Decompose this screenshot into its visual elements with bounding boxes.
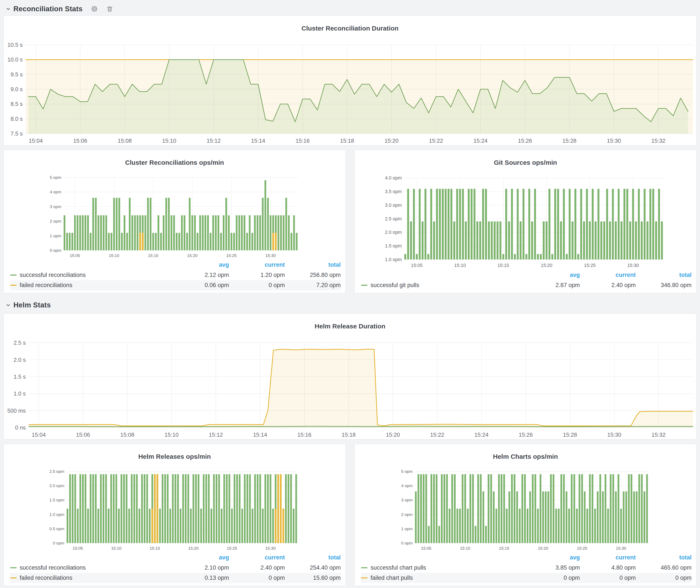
svg-text:15:30: 15:30 (607, 137, 621, 144)
legend-column-current[interactable]: current (580, 272, 636, 278)
legend-helm-releases: avgcurrenttotalsuccessful reconciliation… (4, 552, 345, 586)
legend-column-avg[interactable]: avg (524, 554, 580, 561)
svg-text:15:20: 15:20 (386, 431, 400, 438)
legend-column-current[interactable]: current (229, 554, 285, 561)
series-label[interactable]: failed reconciliations (20, 575, 72, 581)
section-header-helm-stats[interactable]: Helm Stats (3, 298, 697, 312)
svg-text:15:25: 15:25 (226, 253, 237, 258)
gear-icon[interactable] (91, 5, 98, 13)
legend-value: 0 opm (524, 575, 580, 581)
legend-value: 256.80 opm (285, 272, 341, 278)
svg-text:15:20: 15:20 (538, 546, 548, 551)
legend-row: successful chart pulls3.85 opm4.80 opm46… (361, 563, 692, 573)
legend-value: 7.20 opm (285, 282, 341, 289)
cluster-reconciliations-opm-chart[interactable]: 0 opm1 opm2 opm3 opm4 opm5 opm15:0515:10… (4, 173, 345, 259)
svg-text:1.0 opm: 1.0 opm (49, 512, 64, 517)
legend-column-total[interactable]: total (636, 554, 692, 561)
trash-icon[interactable] (106, 5, 113, 12)
series-label[interactable]: failed reconciliations (20, 282, 72, 289)
svg-text:0 opm: 0 opm (53, 541, 64, 545)
legend-value: 2.10 opm (173, 564, 229, 571)
svg-text:15:10: 15:10 (165, 431, 179, 438)
legend-column-total[interactable]: total (636, 272, 692, 278)
series-label[interactable]: successful reconciliations (20, 564, 86, 571)
panel-helm-release-duration: Helm Release Duration 0 ns500 ms1.0 s1.5… (3, 313, 697, 439)
chart-area: 7.5 s8.0 s8.5 s9.0 s9.5 s10.0 s10.5 s15:… (4, 38, 696, 145)
series-swatch (10, 285, 17, 286)
legend-column-avg[interactable]: avg (173, 262, 229, 268)
svg-text:15:24: 15:24 (473, 137, 487, 144)
svg-text:15:14: 15:14 (251, 137, 265, 144)
panel-title-helm-charts-opm[interactable]: Helm Charts ops/min (355, 449, 696, 461)
series-label[interactable]: failed chart pulls (371, 575, 413, 581)
series-label[interactable]: successful git pulls (371, 282, 419, 289)
chart-area: 0 opm1 opm2 opm3 opm4 opm5 opm15:0515:10… (4, 173, 345, 259)
svg-text:2.5 s: 2.5 s (14, 339, 26, 346)
svg-text:15:10: 15:10 (454, 263, 466, 268)
legend-column-current[interactable]: current (580, 554, 636, 561)
series-label[interactable]: successful reconciliations (20, 272, 86, 278)
legend-value: 0 opm (229, 575, 285, 581)
legend-column-current[interactable]: current (229, 262, 285, 268)
svg-text:15:30: 15:30 (265, 546, 276, 551)
svg-text:15:05: 15:05 (73, 546, 83, 551)
svg-text:15:05: 15:05 (411, 263, 423, 268)
legend-value: 465.60 opm (636, 564, 692, 571)
panel-cluster-reconciliations-opm: Cluster Reconciliations ops/min 0 opm1 o… (3, 150, 346, 293)
chart-area: 0 opm1 opm2 opm3 opm4 opm5 opm15:0515:10… (355, 467, 696, 552)
panel-title-helm-releases-opm[interactable]: Helm Releases ops/min (4, 449, 345, 461)
svg-text:0.5 opm: 0.5 opm (49, 527, 64, 531)
svg-text:15:25: 15:25 (584, 263, 596, 268)
svg-text:8.5 s: 8.5 s (11, 101, 23, 107)
svg-text:3.5 opm: 3.5 opm (385, 189, 402, 194)
legend-value: 4.80 opm (580, 564, 636, 571)
git-sources-opm-chart[interactable]: 1.0 opm1.5 opm2.0 opm2.5 opm3.0 opm3.5 o… (355, 173, 696, 269)
svg-text:15:25: 15:25 (577, 546, 587, 551)
helm-charts-opm-chart[interactable]: 0 opm1 opm2 opm3 opm4 opm5 opm15:0515:10… (355, 467, 696, 552)
series-swatch (10, 577, 17, 578)
svg-text:15:08: 15:08 (120, 431, 134, 438)
svg-text:10.0 s: 10.0 s (7, 56, 23, 63)
chart-area: 1.0 opm1.5 opm2.0 opm2.5 opm3.0 opm3.5 o… (355, 173, 696, 269)
legend-row: successful reconciliations2.12 opm1.20 o… (10, 270, 341, 280)
svg-text:15:20: 15:20 (541, 263, 552, 268)
legend-cluster-reconciliations: avgcurrenttotalsuccessful reconciliation… (4, 259, 345, 293)
svg-text:15:10: 15:10 (162, 137, 176, 144)
legend-row: successful git pulls2.87 opm2.40 opm346.… (361, 280, 692, 290)
svg-text:1.5 opm: 1.5 opm (385, 243, 402, 249)
svg-text:15:16: 15:16 (297, 431, 311, 438)
svg-text:15:05: 15:05 (70, 253, 80, 258)
svg-text:15:15: 15:15 (150, 546, 160, 551)
panel-title-git-sources-opm[interactable]: Git Sources ops/min (355, 155, 696, 167)
cluster-reconciliation-duration-chart[interactable]: 7.5 s8.0 s8.5 s9.0 s9.5 s10.0 s10.5 s15:… (4, 38, 696, 145)
legend-value: 0.06 opm (173, 282, 229, 289)
legend-value: 0 opm (580, 575, 636, 581)
svg-text:15:30: 15:30 (607, 431, 621, 438)
legend-row: failed reconciliations0.13 opm0 opm15.60… (10, 573, 341, 583)
helm-release-duration-chart[interactable]: 0 ns500 ms1.0 s1.5 s2.0 s2.5 s15:0415:06… (4, 336, 696, 439)
legend-column-avg[interactable]: avg (173, 554, 229, 561)
chevron-down-icon (5, 302, 11, 308)
svg-text:15:15: 15:15 (499, 546, 509, 551)
legend-column-avg[interactable]: avg (524, 272, 580, 278)
svg-text:500 ms: 500 ms (7, 407, 26, 414)
panel-title-helm-release-duration[interactable]: Helm Release Duration (4, 319, 696, 331)
series-label[interactable]: successful chart pulls (371, 564, 426, 571)
legend-column-total[interactable]: total (285, 554, 341, 561)
legend-header-row: avgcurrenttotal (361, 270, 692, 280)
legend-row: failed chart pulls0 opm0 opm0 opm (361, 573, 692, 583)
svg-text:15:10: 15:10 (109, 253, 119, 258)
section-title: Reconciliation Stats (13, 5, 82, 13)
svg-text:15:06: 15:06 (76, 431, 90, 438)
panel-title-cluster-reconciliation-duration[interactable]: Cluster Reconciliation Duration (4, 21, 696, 33)
panel-title-cluster-reconciliations-opm[interactable]: Cluster Reconciliations ops/min (4, 155, 345, 167)
svg-text:15:30: 15:30 (616, 546, 626, 551)
section-header-reconciliation-stats[interactable]: Reconciliation Stats (3, 2, 697, 16)
helm-releases-opm-chart[interactable]: 0 opm0.5 opm1.0 opm1.5 opm2.0 opm2.5 opm… (4, 467, 345, 552)
svg-text:15:06: 15:06 (73, 137, 87, 144)
svg-text:5 opm: 5 opm (401, 469, 413, 473)
legend-value: 0.13 opm (173, 575, 229, 581)
svg-text:15:10: 15:10 (460, 546, 470, 551)
legend-column-total[interactable]: total (285, 262, 341, 268)
series-swatch (10, 567, 17, 568)
